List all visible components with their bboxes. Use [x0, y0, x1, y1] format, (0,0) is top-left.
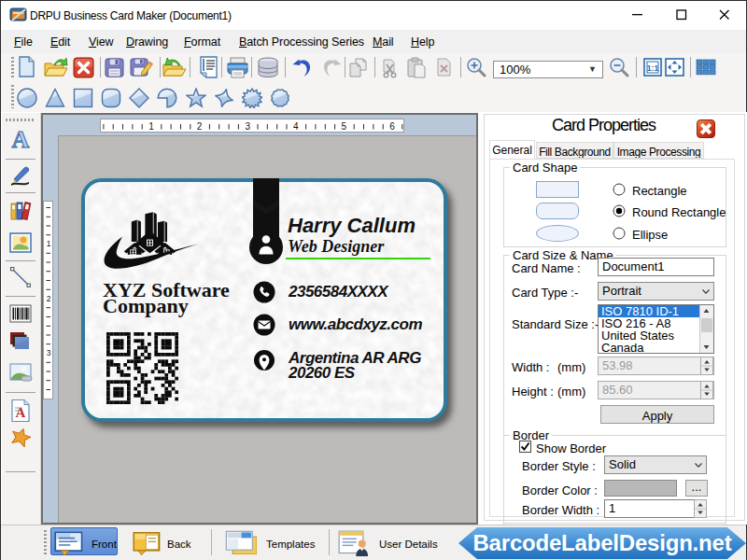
- svg-text:1: 1: [148, 121, 154, 132]
- svg-text:6: 6: [389, 121, 395, 132]
- svg-text:A: A: [12, 128, 30, 152]
- svg-text:2: 2: [47, 294, 51, 303]
- svg-text:2: 2: [197, 121, 203, 132]
- svg-text:4: 4: [293, 121, 299, 132]
- svg-text:3: 3: [47, 348, 51, 357]
- svg-text:3: 3: [245, 121, 250, 132]
- svg-text:5: 5: [342, 121, 347, 132]
- svg-text:1:1: 1:1: [647, 63, 659, 73]
- svg-text:A: A: [16, 405, 26, 420]
- svg-text:1: 1: [47, 239, 51, 248]
